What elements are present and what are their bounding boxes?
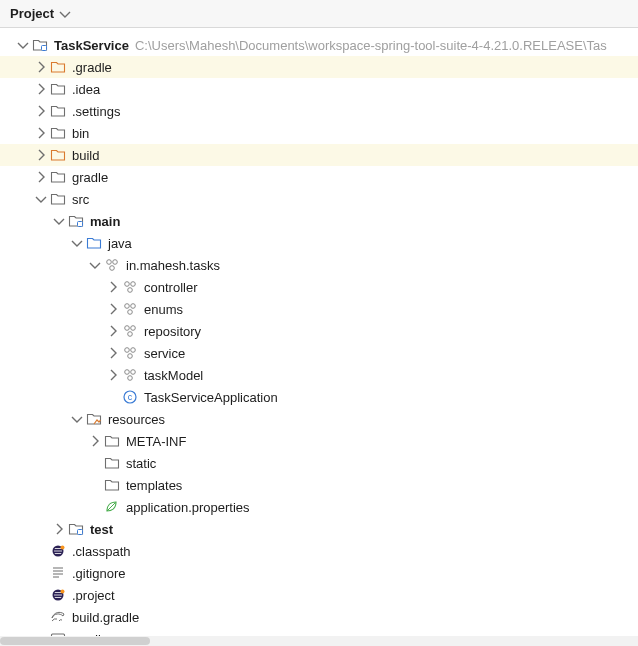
chevron-down-icon[interactable]: [52, 214, 66, 228]
folder-icon: [104, 477, 120, 493]
tree-item[interactable]: TaskServiceApplication: [0, 386, 638, 408]
tree-item[interactable]: service: [0, 342, 638, 364]
tree-label: static: [126, 456, 156, 471]
tree-item[interactable]: enums: [0, 298, 638, 320]
path-suffix: C:\Users\Mahesh\Documents\workspace-spri…: [135, 38, 607, 53]
tree-item[interactable]: .gradle: [0, 56, 638, 78]
tree-label: bin: [72, 126, 89, 141]
package-icon: [122, 279, 138, 295]
chevron-right-icon[interactable]: [34, 60, 48, 74]
tree-label: META-INF: [126, 434, 186, 449]
folder-icon: [50, 81, 66, 97]
tree-label: templates: [126, 478, 182, 493]
folder-icon: [104, 433, 120, 449]
chevron-right-icon[interactable]: [52, 522, 66, 536]
tree-label: .classpath: [72, 544, 131, 559]
tree-item[interactable]: repository: [0, 320, 638, 342]
gradle-file-icon: [50, 609, 66, 625]
tree-item[interactable]: templates: [0, 474, 638, 496]
chevron-right-icon[interactable]: [88, 434, 102, 448]
tree-label: resources: [108, 412, 165, 427]
panel-header[interactable]: Project: [0, 0, 638, 28]
tree-item[interactable]: .idea: [0, 78, 638, 100]
tree-item[interactable]: in.mahesh.tasks: [0, 254, 638, 276]
tree-item[interactable]: build: [0, 144, 638, 166]
tree-label: main: [90, 214, 120, 229]
class-icon: [122, 389, 138, 405]
tree-item[interactable]: .project: [0, 584, 638, 606]
tree-label: src: [72, 192, 89, 207]
package-icon: [122, 367, 138, 383]
tree-item[interactable]: resources: [0, 408, 638, 430]
tree-item[interactable]: .settings: [0, 100, 638, 122]
chevron-down-icon[interactable]: [16, 38, 30, 52]
eclipse-file-icon: [50, 543, 66, 559]
project-tree[interactable]: TaskService C:\Users\Mahesh\Documents\wo…: [0, 28, 638, 646]
tree-label: taskModel: [144, 368, 203, 383]
tree-label: TaskServiceApplication: [144, 390, 278, 405]
tree-item[interactable]: META-INF: [0, 430, 638, 452]
chevron-right-icon[interactable]: [34, 104, 48, 118]
folder-icon: [50, 169, 66, 185]
tree-item[interactable]: static: [0, 452, 638, 474]
tree-label: build: [72, 148, 99, 163]
tree-label: controller: [144, 280, 197, 295]
chevron-right-icon[interactable]: [34, 170, 48, 184]
chevron-right-icon[interactable]: [106, 368, 120, 382]
folder-icon: [50, 125, 66, 141]
chevron-right-icon[interactable]: [106, 346, 120, 360]
tree-item[interactable]: bin: [0, 122, 638, 144]
chevron-down-icon[interactable]: [34, 192, 48, 206]
spring-leaf-icon: [104, 499, 120, 515]
tree-item[interactable]: test: [0, 518, 638, 540]
tree-item[interactable]: controller: [0, 276, 638, 298]
tree-label: in.mahesh.tasks: [126, 258, 220, 273]
chevron-right-icon[interactable]: [106, 280, 120, 294]
chevron-down-icon: [58, 7, 72, 21]
folder-icon: [50, 59, 66, 75]
tree-label: .gradle: [72, 60, 112, 75]
chevron-down-icon[interactable]: [88, 258, 102, 272]
tree-item[interactable]: taskModel: [0, 364, 638, 386]
tree-item[interactable]: src: [0, 188, 638, 210]
tree-item[interactable]: gradle: [0, 166, 638, 188]
module-icon: [68, 213, 84, 229]
chevron-right-icon[interactable]: [34, 126, 48, 140]
tree-label: .settings: [72, 104, 120, 119]
tree-item[interactable]: main: [0, 210, 638, 232]
folder-icon: [50, 191, 66, 207]
tree-label: test: [90, 522, 113, 537]
chevron-right-icon[interactable]: [106, 302, 120, 316]
tree-label: application.properties: [126, 500, 250, 515]
tree-item[interactable]: .classpath: [0, 540, 638, 562]
source-folder-icon: [86, 235, 102, 251]
tree-label: java: [108, 236, 132, 251]
folder-icon: [104, 455, 120, 471]
resources-folder-icon: [86, 411, 102, 427]
chevron-right-icon[interactable]: [34, 148, 48, 162]
tree-label: .project: [72, 588, 115, 603]
package-icon: [104, 257, 120, 273]
folder-icon: [50, 103, 66, 119]
text-file-icon: [50, 565, 66, 581]
tree-label: .gitignore: [72, 566, 125, 581]
tree-label: repository: [144, 324, 201, 339]
tree-item[interactable]: .gitignore: [0, 562, 638, 584]
scrollbar-thumb[interactable]: [0, 637, 150, 645]
chevron-right-icon[interactable]: [34, 82, 48, 96]
horizontal-scrollbar[interactable]: [0, 636, 638, 646]
module-icon: [68, 521, 84, 537]
chevron-down-icon[interactable]: [70, 236, 84, 250]
tree-item-root[interactable]: TaskService C:\Users\Mahesh\Documents\wo…: [0, 34, 638, 56]
tree-item[interactable]: build.gradle: [0, 606, 638, 628]
eclipse-file-icon: [50, 587, 66, 603]
tree-item[interactable]: java: [0, 232, 638, 254]
tree-label: gradle: [72, 170, 108, 185]
tree-item[interactable]: application.properties: [0, 496, 638, 518]
module-icon: [32, 37, 48, 53]
folder-icon: [50, 147, 66, 163]
tree-label: .idea: [72, 82, 100, 97]
chevron-down-icon[interactable]: [70, 412, 84, 426]
panel-title: Project: [10, 6, 54, 21]
chevron-right-icon[interactable]: [106, 324, 120, 338]
